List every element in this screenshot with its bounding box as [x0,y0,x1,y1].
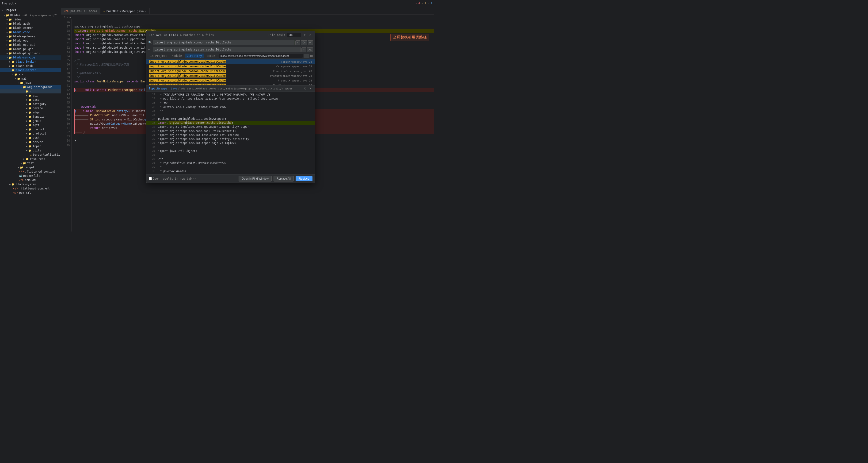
close-panel-button[interactable]: ✕ [308,33,312,37]
scope-more-button[interactable]: ··· [304,54,309,58]
sidebar-item-pom[interactable]: </> pom.xml [0,178,61,182]
sidebar-item-product[interactable]: ▶ 📁 product [0,127,61,132]
sidebar-item-blade-system[interactable]: ▶ 📁 blade-system [0,182,61,186]
folder-icon: 📁 [6,14,9,17]
sidebar-item-blade-common[interactable]: ▶ 📁 blade-common [0,26,61,30]
tab-pushnoticewrapper[interactable]: ☕ PushNoticeWrapper.java ✕ [100,8,149,14]
sidebar-item-flattened-pom2[interactable]: </> .flattened-pom.xml [0,186,61,191]
sidebar-item-push[interactable]: ▶ 📁 push [0,136,61,140]
result-item-0[interactable]: import org.springblade.common.cache.Dict… [146,59,315,64]
scope-path-input[interactable] [219,54,303,58]
sidebar-title: Project [4,8,17,12]
sidebar-item-blade-broker[interactable]: ▶ 📁 blade-broker [0,60,61,64]
result-text-0: import org.springblade.common.cache.Dict… [149,60,226,63]
replace-input[interactable] [153,47,301,52]
word-button[interactable]: W [308,40,313,45]
sidebar-item-edge[interactable]: ▶ 📁 edge [0,110,61,115]
match-case-button[interactable]: Aa [307,48,313,52]
preview-line-35: 35 import java.util.Objects; [146,149,315,153]
sidebar-item-mqtt[interactable]: ▶ 📁 mqtt [0,123,61,127]
info-badge[interactable]: ✓ 1 [428,2,432,5]
warn-badge[interactable]: ⚠ 1 [421,2,426,5]
preview-line-28: 28 import org.springblade.common.cache.D… [146,121,315,125]
sidebar-item-blade-gateway[interactable]: ▶ 📁 blade-gateway [0,34,61,38]
result-text-4: import org.springblade.common.cache.Dict… [149,79,226,82]
sidebar-item-base[interactable]: ▶ 📁 base [0,98,61,102]
preview-line-21: 21 * THIS SOFTWARE IS PROVIDED `AS IS`, … [146,93,315,97]
close-icon[interactable]: ✕ [145,10,146,12]
sidebar-item-protocol[interactable]: ▶ 📁 protocol [0,132,61,136]
result-item-4[interactable]: import org.springblade.common.cache.Dict… [146,78,315,83]
sidebar-item-target[interactable]: ▶ 📁 target [0,165,61,170]
sidebar-item-server-application[interactable]: ☕ ServerApplication [0,153,61,157]
sidebar-item-group[interactable]: ▶ 📁 group [0,119,61,123]
scope-tab-module[interactable]: Module [170,54,184,58]
sidebar-item-topic[interactable]: ▶ 📁 topic [0,144,61,148]
result-file-2: FunctionProcessor.java 28 [273,70,312,73]
scope-grid-button[interactable]: ⊞ [310,54,313,58]
sidebar-item-blade-service[interactable]: ▾ 📁 blade-service [0,55,61,60]
sidebar-item-blade-ops-api[interactable]: ▶ 📁 blade-ops-api [0,43,61,47]
link-gutter-icon: @· [75,88,78,92]
sidebar-item-flattened-pom[interactable]: </> .flattened-pom.xml [0,170,61,174]
line-numbers: 2627282930 3132333435 3637383940 4142434… [61,19,71,231]
result-text-2: import org.springblade.common.cache.Dict… [149,69,226,73]
sidebar-item-resources[interactable]: ▶ 📁 resources [0,157,61,161]
scope-tab-in-project[interactable]: In Project [148,54,169,58]
result-item-5[interactable]: import org.springblade.common.cache.Dict… [146,83,315,85]
sidebar-item-blade-server[interactable]: ▾ 📁 blade-server [0,68,61,72]
result-item-2[interactable]: import org.springblade.common.cache.Dict… [146,69,315,74]
replace-all-button[interactable]: Replace All [274,176,294,181]
shortcut-label: ⌘↵ [193,177,196,180]
sidebar-item-blade-plugin[interactable]: ▶ 📁 blade-plugin [0,47,61,51]
preview-line-24: 24 * Author: Chill Zhuang (bladejava@qq.… [146,105,315,109]
scope-row: In Project Module Directory Scope ··· ⊞ [146,53,315,59]
new-tab-checkbox[interactable] [149,177,152,180]
sidebar-item-function[interactable]: ▶ 📁 function [0,115,61,119]
preview-code[interactable]: 21 * THIS SOFTWARE IS PROVIDED `AS IS`, … [146,92,315,174]
sidebar-item-main[interactable]: ▾ 📁 main [0,77,61,81]
open-in-find-window-button[interactable]: Open in Find Window [239,176,272,181]
sidebar-item-dockerfile[interactable]: 🐋 Dockerfile [0,174,61,178]
sidebar-item-org-springblade[interactable]: ▾ 📁 org.springblade [0,85,61,89]
clear-search-button[interactable]: ✕ [296,40,300,45]
scope-tab-directory[interactable]: Directory [185,54,204,58]
results-list: import org.springblade.common.cache.Dict… [146,59,315,85]
sidebar-item-device[interactable]: ▶ 📁 device [0,106,61,110]
clear-replace-button[interactable]: ✕ [302,48,306,52]
preview-panel: TopicWrapper.java blade-service/blade-se… [146,85,315,174]
sidebar-root[interactable]: ▾ 📁 BladeX ~/Workspaces/product/BladeX [0,13,61,18]
result-item-3[interactable]: import org.springblade.common.cache.Dict… [146,74,315,78]
sidebar-item-pom2[interactable]: </> pom.xml [0,191,61,195]
replace-button[interactable]: Replace [296,176,312,181]
sidebar-item-iot[interactable]: ▾ 📁 iot [0,89,61,93]
sidebar-item-blade-auth[interactable]: ▶ 📁 blade-auth [0,22,61,26]
open-new-tab-checkbox[interactable]: Open results in new tab ⌘↵ [149,177,196,180]
file-mask-input[interactable] [287,33,301,37]
preview-close-button[interactable]: ✕ [308,86,312,91]
sidebar-item-blade-plugin-api[interactable]: ▶ 📁 blade-plugin-api [0,51,61,55]
sidebar-item-java[interactable]: ▾ 📁 java [0,81,61,85]
regex-button[interactable]: Cc [301,40,307,45]
sidebar-item-test[interactable]: ▶ 📁 test [0,161,61,165]
result-item-1[interactable]: import org.springblade.common.cache.Dict… [146,64,315,69]
sidebar-item-blade-desk[interactable]: ▶ 📁 blade-desk [0,64,61,68]
preview-copy-button[interactable]: ⧉ [303,86,307,91]
preview-line-25: 25 */ [146,109,315,113]
code-editor[interactable]: 2627282930 3132333435 3637383940 4142434… [61,19,434,231]
tab-pom[interactable]: </> pom.xml (BladeX) [61,8,100,14]
project-label[interactable]: Project [2,2,14,5]
sidebar-item-utils[interactable]: ▶ 📁 utils [0,148,61,153]
sidebar-item-blade-ops[interactable]: ▶ 📁 blade-ops [0,38,61,43]
sidebar-item-category[interactable]: ▶ 📁 category [0,102,61,106]
sidebar-item-server[interactable]: ▶ 📁 server [0,140,61,144]
sidebar-item-idea[interactable]: ▶ 📁 .idea [0,18,61,22]
sidebar-item-blade-core[interactable]: ▶ 📁 blade-core [0,30,61,34]
search-input[interactable] [153,40,294,45]
scope-tab-scope[interactable]: Scope [205,54,217,58]
sidebar-item-api[interactable]: ▶ 📁 api [0,93,61,98]
preview-filepath: blade-service/blade-server/src/main/java… [178,87,292,90]
filter-button[interactable]: ▾ [303,33,306,37]
error-badge[interactable]: ⚠ 4 [415,2,420,5]
sidebar-item-src[interactable]: ▾ 📁 src [0,72,61,77]
